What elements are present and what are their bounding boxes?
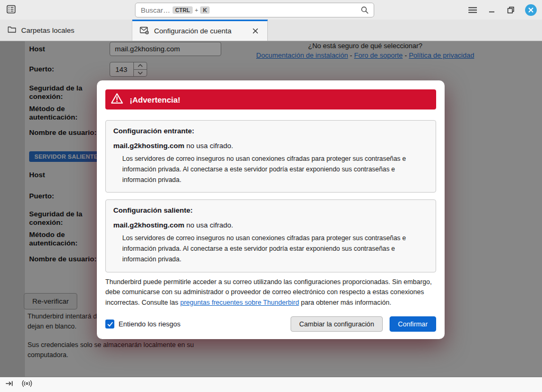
tab-local-folders-label: Carpetas locales — [21, 26, 75, 34]
incoming-warning-body: Los servidores de correo inseguros no us… — [122, 153, 421, 185]
close-window-icon[interactable] — [525, 4, 537, 16]
warning-dialog: ¡Advertencia! Configuración entrante: ma… — [97, 80, 445, 339]
outgoing-host-line: mail.g2khosting.com no usa cifrado. — [113, 221, 428, 229]
understand-risks-label[interactable]: Entiendo los riesgos — [119, 320, 180, 328]
tab-close-icon[interactable] — [250, 26, 260, 36]
outgoing-hostname: mail.g2khosting.com — [113, 221, 184, 229]
confirm-button[interactable]: Confirmar — [390, 316, 436, 332]
status-bar — [0, 377, 542, 392]
dialog-actions: Entiendo los riesgos Cambiar la configur… — [105, 316, 436, 332]
incoming-host-line: mail.g2khosting.com no usa cifrado. — [113, 142, 428, 150]
thunderbird-faq-link[interactable]: preguntas frecuentes sobre Thunderbird — [180, 299, 299, 306]
account-settings-icon — [140, 26, 149, 36]
warning-title: ¡Advertencia! — [130, 95, 180, 104]
search-input[interactable] — [136, 6, 173, 14]
folder-icon — [7, 25, 16, 35]
ctrl-key-badge: CTRL — [173, 6, 193, 14]
minimize-icon[interactable] — [487, 5, 496, 15]
app-window: CTRL + K — [0, 0, 542, 392]
outgoing-config-box: Configuración saliente: mail.g2khosting.… — [105, 199, 436, 272]
change-config-button[interactable]: Cambiar la configuración — [291, 316, 383, 332]
warning-header: ¡Advertencia! — [105, 89, 436, 110]
incoming-config-box: Configuración entrante: mail.g2khosting.… — [105, 120, 436, 193]
outgoing-config-heading: Configuración saliente: — [113, 206, 428, 214]
understand-risks-checkbox[interactable] — [105, 320, 114, 329]
message-list-pane-icon[interactable] — [6, 5, 17, 14]
tab-local-folders[interactable]: Carpetas locales — [0, 20, 132, 41]
tab-bar: Carpetas locales Configuración de cuenta — [0, 20, 542, 41]
search-icon — [360, 6, 369, 16]
incoming-config-heading: Configuración entrante: — [113, 127, 428, 135]
restore-icon[interactable] — [506, 5, 516, 15]
window-controls — [468, 0, 537, 20]
titlebar: CTRL + K — [0, 0, 542, 20]
global-search[interactable]: CTRL + K — [135, 3, 374, 17]
outgoing-warning-body: Los servidores de correo inseguros no us… — [122, 233, 421, 265]
incoming-hostname: mail.g2khosting.com — [113, 142, 184, 150]
k-key-badge: K — [200, 6, 210, 14]
tab-account-settings[interactable]: Configuración de cuenta — [132, 20, 268, 41]
plus-separator: + — [195, 7, 198, 13]
tab-account-settings-label: Configuración de cuenta — [154, 27, 231, 35]
warning-triangle-icon — [111, 93, 123, 106]
dialog-footer-text: Thunderbird puede permitirle acceder a s… — [105, 277, 436, 308]
app-menu-icon[interactable] — [468, 5, 477, 15]
collapse-spaces-icon[interactable] — [5, 380, 14, 389]
network-status-icon[interactable] — [21, 380, 33, 389]
